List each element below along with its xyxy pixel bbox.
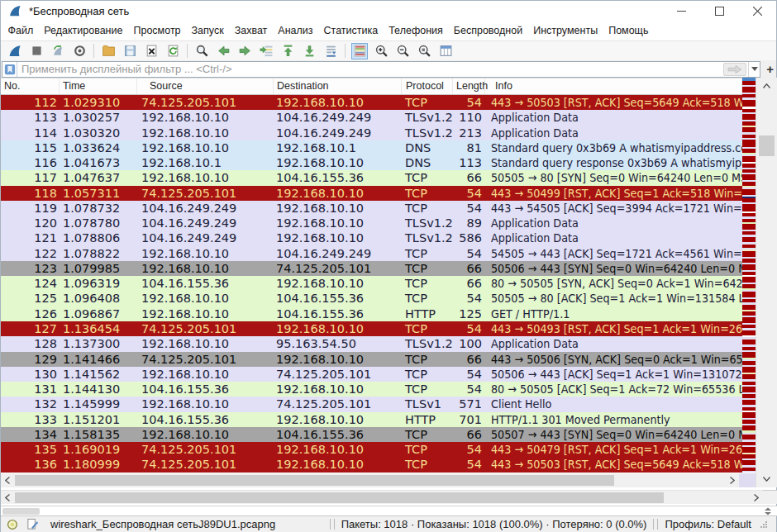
expert-info-icon[interactable] <box>7 519 18 530</box>
maximize-button[interactable] <box>700 1 738 21</box>
column-header-length[interactable]: Length <box>453 78 485 94</box>
menu-11[interactable]: Помощь <box>603 21 654 40</box>
go-to-top-button[interactable] <box>280 44 295 59</box>
start-capture-button[interactable] <box>7 44 22 59</box>
packet-row-131[interactable]: 1311.144130104.16.155.36192.168.10.10TCP… <box>1 382 742 397</box>
add-filter-button[interactable]: + <box>764 61 776 77</box>
close-button[interactable] <box>738 1 776 21</box>
packet-row-112[interactable]: 1121.02931074.125.205.101192.168.10.10TC… <box>1 95 742 110</box>
menu-8[interactable]: Телефония <box>384 21 449 40</box>
vertical-scrollbar[interactable] <box>756 78 777 487</box>
go-back-button[interactable] <box>216 44 231 59</box>
scroll-down-button[interactable] <box>756 473 777 486</box>
cell-destination: 104.16.249.249 <box>274 246 402 261</box>
save-file-button[interactable] <box>122 44 137 59</box>
packet-row-130[interactable]: 1301.141562192.168.10.1074.125.205.101TC… <box>1 367 742 382</box>
cell-protocol: TLSv1.2 <box>402 336 453 351</box>
status-bar: wireshark_Беспроводная сетьJ89DU1.pcapng… <box>1 516 776 532</box>
zoom-out-button[interactable] <box>395 44 410 59</box>
zoom-reset-button[interactable] <box>417 44 431 59</box>
vertical-scroll-thumb[interactable] <box>759 135 775 156</box>
column-header-source[interactable]: Source <box>137 78 274 94</box>
scroll-right-button[interactable] <box>726 473 739 487</box>
packet-row-125[interactable]: 1251.096408192.168.10.10104.16.155.36TCP… <box>1 291 742 306</box>
packet-row-134[interactable]: 1341.158135192.168.10.10104.16.155.36TCP… <box>1 427 742 442</box>
packet-row-136[interactable]: 1361.18099974.125.205.101192.168.10.10TC… <box>1 457 742 472</box>
filter-bookmark-button[interactable] <box>2 62 17 77</box>
menu-9[interactable]: Беспроводной <box>448 21 527 40</box>
packet-row-122[interactable]: 1221.078822192.168.10.10104.16.249.249TC… <box>1 246 742 261</box>
menu-5[interactable]: Захват <box>229 21 273 40</box>
resize-grip-icon[interactable] <box>760 520 768 529</box>
packet-row-118[interactable]: 1181.05731174.125.205.101192.168.10.10TC… <box>1 186 742 201</box>
apply-filter-button[interactable] <box>723 63 746 76</box>
minimize-button[interactable] <box>662 1 700 21</box>
packet-stats: Пакеты: 1018 · Показаны: 1018 (100.0%) ·… <box>341 518 647 530</box>
packet-row-116[interactable]: 1161.041673192.168.10.1192.168.10.10DNS1… <box>1 155 742 170</box>
stop-capture-button[interactable] <box>29 44 44 59</box>
packet-row-124[interactable]: 1241.096319104.16.155.36192.168.10.10TCP… <box>1 276 742 291</box>
menu-10[interactable]: Инструменты <box>528 21 603 40</box>
cell-info: 443 → 50479 [RST, ACK] Seq=1 Ack=1 Win=2… <box>485 442 742 457</box>
splitter-handle-icon[interactable] <box>763 507 773 515</box>
auto-scroll-button[interactable] <box>323 44 338 59</box>
packet-row-115[interactable]: 1151.033624192.168.10.10192.168.10.1DNS8… <box>1 140 742 155</box>
strip-scroll-thumb[interactable] <box>2 508 40 515</box>
scroll-right-button[interactable] <box>750 491 763 505</box>
menu-4[interactable]: Запуск <box>186 21 229 40</box>
packet-row-120[interactable]: 1201.078780104.16.249.249192.168.10.10TL… <box>1 216 742 230</box>
packet-row-129[interactable]: 1291.14146674.125.205.101192.168.10.10TC… <box>1 352 742 367</box>
packet-row-127[interactable]: 1271.13645474.125.205.101192.168.10.10TC… <box>1 321 742 336</box>
column-header-protocol[interactable]: Protocol <box>402 78 453 94</box>
menu-2[interactable]: Редактирование <box>39 21 128 40</box>
go-to-bottom-button[interactable] <box>302 44 317 59</box>
packet-minimap[interactable] <box>742 78 756 473</box>
go-forward-button[interactable] <box>237 44 252 59</box>
menu-6[interactable]: Анализ <box>273 21 318 40</box>
cell-destination: 104.16.155.36 <box>274 427 402 442</box>
colorize-button[interactable] <box>352 44 367 59</box>
restart-capture-button[interactable] <box>50 44 65 59</box>
packet-row-135[interactable]: 1351.16901974.125.205.101192.168.10.10TC… <box>1 442 742 457</box>
packet-row-114[interactable]: 1141.030320192.168.10.10104.16.249.249TL… <box>1 126 742 140</box>
packet-row-133[interactable]: 1331.151201104.16.155.36192.168.10.10HTT… <box>1 412 742 427</box>
scroll-left-button[interactable] <box>1 491 14 505</box>
cell-info: 50505 → 80 [SYN] Seq=0 Win=64240 Len=0 M… <box>485 170 742 185</box>
profile-label[interactable]: Профиль: Default <box>665 518 751 530</box>
packet-row-128[interactable]: 1281.137300192.168.10.1095.163.54.50TLSv… <box>1 336 742 351</box>
cell-no: 125 <box>1 291 60 306</box>
cell-info: Application Data <box>485 216 742 230</box>
packet-list-hscrollbar[interactable] <box>1 473 739 487</box>
packet-row-119[interactable]: 1191.078732104.16.249.249192.168.10.10TC… <box>1 201 742 216</box>
hscroll-thumb[interactable] <box>15 475 614 486</box>
column-header-info[interactable]: Info <box>485 78 742 94</box>
menu-7[interactable]: Статистика <box>318 21 384 40</box>
scroll-up-button[interactable] <box>756 79 777 93</box>
reload-file-button[interactable] <box>165 44 180 59</box>
packet-row-132[interactable]: 1321.145999192.168.10.1074.125.205.101TL… <box>1 397 742 411</box>
go-to-packet-button[interactable] <box>259 44 274 59</box>
resize-columns-button[interactable] <box>438 44 453 59</box>
open-file-button[interactable] <box>101 44 116 59</box>
scroll-left-button[interactable] <box>1 473 14 487</box>
packet-row-117[interactable]: 1171.047637192.168.10.10104.16.155.36TCP… <box>1 170 742 185</box>
capture-comment-icon[interactable] <box>26 518 39 530</box>
cell-protocol: DNS <box>402 155 453 170</box>
display-filter-input[interactable] <box>17 62 723 77</box>
column-header-destination[interactable]: Destination <box>274 78 402 94</box>
menu-3[interactable]: Просмотр <box>128 21 186 40</box>
filter-dropdown-button[interactable] <box>748 62 760 77</box>
packet-row-123[interactable]: 1231.079985192.168.10.1074.125.205.101TC… <box>1 261 742 276</box>
column-header-no[interactable]: No. <box>1 78 60 94</box>
capture-options-button[interactable] <box>72 44 87 59</box>
column-header-time[interactable]: Time <box>60 78 137 94</box>
hscroll-thumb[interactable] <box>15 492 664 503</box>
packet-row-113[interactable]: 1131.030257192.168.10.10104.16.249.249TL… <box>1 110 742 125</box>
packet-row-121[interactable]: 1211.078806104.16.249.249192.168.10.10TL… <box>1 230 742 245</box>
zoom-in-button[interactable] <box>374 44 388 59</box>
packet-row-126[interactable]: 1261.096867192.168.10.10104.16.155.36HTT… <box>1 306 742 321</box>
close-file-button[interactable] <box>144 44 159 59</box>
secondary-hscrollbar[interactable] <box>1 490 763 504</box>
menu-1[interactable]: Файл <box>2 21 39 40</box>
find-packet-button[interactable] <box>194 44 209 59</box>
